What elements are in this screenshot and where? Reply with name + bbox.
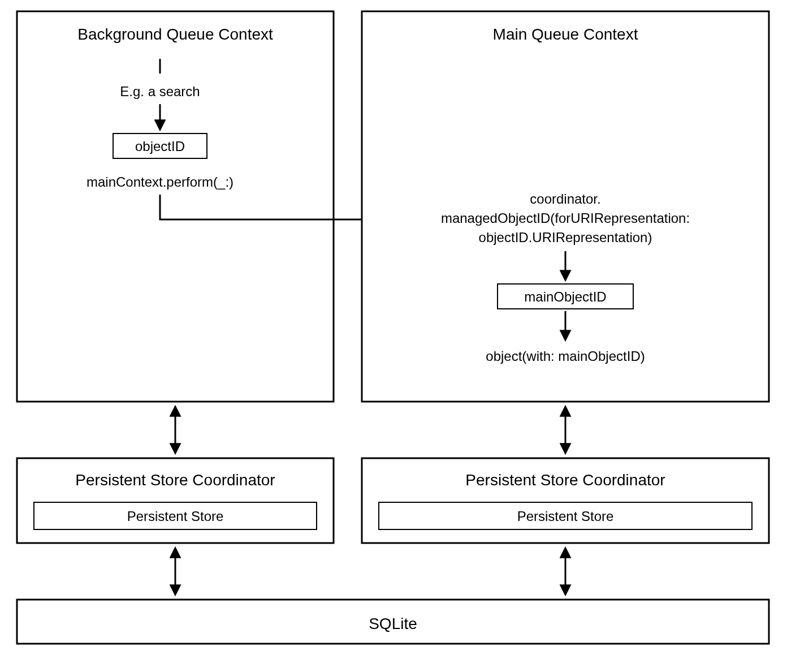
- bg-context-box: [17, 11, 334, 402]
- object-with-label: object(with: mainObjectID): [486, 348, 645, 364]
- main-context-title: Main Queue Context: [493, 25, 638, 43]
- coord-line3: objectID.URIRepresentation): [479, 230, 652, 245]
- coord-line1: coordinator.: [530, 191, 600, 206]
- search-label: E.g. a search: [120, 84, 200, 99]
- psc-left-store-label: Persistent Store: [127, 509, 224, 524]
- psc-right-store-label: Persistent Store: [517, 509, 614, 524]
- perform-label: mainContext.perform(_:): [87, 174, 233, 189]
- psc-right-title: Persistent Store Coordinator: [465, 471, 665, 489]
- psc-left-title: Persistent Store Coordinator: [75, 471, 275, 489]
- main-object-id-label: mainObjectID: [524, 289, 606, 304]
- main-context-box: [362, 11, 769, 402]
- object-id-label: objectID: [135, 139, 185, 154]
- bg-context-title: Background Queue Context: [77, 25, 273, 43]
- coord-line2: managedObjectID(forURIRepresentation:: [441, 210, 690, 226]
- sqlite-title: SQLite: [369, 615, 417, 632]
